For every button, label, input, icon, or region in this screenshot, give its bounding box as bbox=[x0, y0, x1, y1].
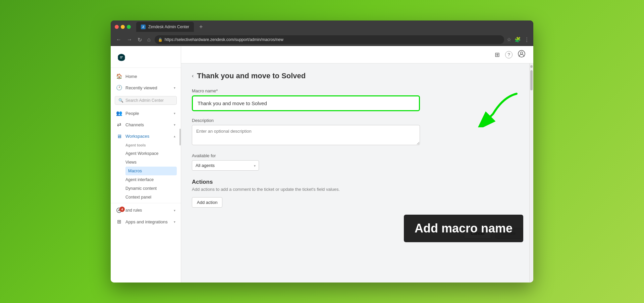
home-button[interactable]: ⌂ bbox=[146, 36, 152, 43]
sidebar-item-apps-integrations[interactable]: ⊞ Apps and integrations ▾ bbox=[111, 216, 181, 227]
sidebar-item-recently-viewed[interactable]: 🕐 Recently viewed ▾ bbox=[111, 82, 181, 93]
browser-tab[interactable]: Z Zendesk Admin Center bbox=[136, 22, 194, 32]
context-panel-label: Context panel bbox=[125, 195, 151, 200]
close-button[interactable] bbox=[115, 25, 119, 29]
refresh-button[interactable]: ↻ bbox=[136, 36, 143, 44]
available-for-select-wrapper: All agents Specific agents Groups ▾ bbox=[192, 160, 259, 171]
extensions-icon[interactable]: 🧩 bbox=[515, 37, 521, 43]
agent-workspace-label: Agent Workspace bbox=[125, 151, 158, 156]
workspaces-subnav: Agent tools Agent Workspace Views Macros… bbox=[111, 142, 181, 202]
channels-icon: ⇄ bbox=[116, 122, 122, 128]
secure-icon: 🔒 bbox=[158, 38, 163, 42]
subnav-macros[interactable]: Macros bbox=[125, 167, 177, 175]
macro-name-group: Macro name* bbox=[192, 88, 523, 111]
zendesk-logo bbox=[116, 51, 127, 62]
search-box[interactable]: 🔍 Search Admin Center bbox=[115, 96, 177, 105]
forward-button[interactable]: → bbox=[125, 36, 133, 43]
sidebar-objects-rules-label: and rules bbox=[125, 208, 170, 213]
clock-icon: 🕐 bbox=[116, 85, 122, 91]
description-label: Description bbox=[192, 118, 523, 123]
agent-interface-label: Agent interface bbox=[125, 177, 154, 182]
cancel-button[interactable]: Cancel bbox=[464, 228, 491, 239]
available-for-label: Available for bbox=[192, 153, 523, 158]
minimize-button[interactable] bbox=[121, 25, 125, 29]
description-input[interactable] bbox=[192, 125, 420, 145]
chevron-down-icon-apps: ▾ bbox=[174, 220, 175, 224]
chevron-down-icon-rules: ▾ bbox=[174, 209, 175, 212]
user-icon[interactable] bbox=[518, 50, 525, 59]
sidebar: 🏠 Home 🕐 Recently viewed ▾ 🔍 Search Admi… bbox=[111, 46, 181, 283]
scrollbar-top-thumb bbox=[530, 65, 533, 68]
chevron-down-icon: ▾ bbox=[174, 86, 175, 90]
subnav-agent-workspace[interactable]: Agent Workspace bbox=[125, 149, 181, 158]
badge-count: 4 bbox=[119, 207, 125, 212]
browser-titlebar: Z Zendesk Admin Center + bbox=[111, 20, 533, 33]
add-action-button[interactable]: Add action bbox=[192, 197, 222, 208]
actions-title: Actions bbox=[192, 179, 523, 185]
sidebar-item-people[interactable]: 👥 People ▾ bbox=[111, 107, 181, 119]
available-for-group: Available for All agents Specific agents… bbox=[192, 153, 523, 171]
people-icon: 👥 bbox=[116, 110, 122, 116]
sidebar-channels-label: Channels bbox=[125, 122, 170, 127]
subnav-dynamic-content[interactable]: Dynamic content bbox=[125, 184, 181, 193]
tab-title: Zendesk Admin Center bbox=[148, 25, 189, 29]
sidebar-apps-label: Apps and integrations bbox=[125, 219, 170, 224]
bookmark-icon[interactable]: ☆ bbox=[507, 37, 511, 43]
app-content: 🏠 Home 🕐 Recently viewed ▾ 🔍 Search Admi… bbox=[111, 46, 533, 283]
maximize-button[interactable] bbox=[127, 25, 131, 29]
macro-name-label: Macro name* bbox=[192, 88, 523, 93]
chevron-up-icon: ▴ bbox=[174, 134, 175, 138]
sidebar-item-channels[interactable]: ⇄ Channels ▾ bbox=[111, 119, 181, 130]
address-bar[interactable]: 🔒 https://selectivehardware.zendesk.com/… bbox=[155, 35, 504, 44]
agent-tools-group-label: Agent tools bbox=[125, 142, 181, 149]
available-for-select[interactable]: All agents Specific agents Groups bbox=[192, 160, 259, 171]
traffic-lights bbox=[115, 25, 131, 29]
footer-actions: Cancel Create bbox=[192, 228, 523, 247]
sidebar-scrollbar[interactable] bbox=[179, 129, 181, 145]
home-icon: 🏠 bbox=[116, 73, 122, 79]
subnav-context-panel[interactable]: Context panel bbox=[125, 193, 181, 202]
main-body: ‹ Thank you and move to Solved Macro nam… bbox=[181, 63, 533, 283]
chevron-down-icon-people: ▾ bbox=[174, 112, 175, 115]
new-tab-button[interactable]: + bbox=[197, 24, 206, 31]
actions-section: Actions Add actions to add a comment to … bbox=[192, 179, 523, 208]
menu-icon[interactable]: ⋮ bbox=[524, 37, 529, 43]
url-text: https://selectivehardware.zendesk.com/su… bbox=[165, 37, 283, 42]
apps-icon: ⊞ bbox=[116, 219, 122, 225]
sidebar-recently-viewed-label: Recently viewed bbox=[125, 85, 170, 90]
sidebar-item-objects-rules[interactable]: 4 and rules ▾ bbox=[111, 205, 181, 216]
subnav-views[interactable]: Views bbox=[125, 158, 181, 167]
subnav-agent-interface[interactable]: Agent interface bbox=[125, 175, 181, 184]
sidebar-nav: 🏠 Home 🕐 Recently viewed ▾ 🔍 Search Admi… bbox=[111, 68, 181, 283]
back-arrow-icon[interactable]: ‹ bbox=[192, 73, 194, 79]
sidebar-item-home[interactable]: 🏠 Home bbox=[111, 71, 181, 82]
main-content: ⊞ ? ‹ Thank you and move to Solved bbox=[181, 46, 533, 283]
chevron-down-icon-channels: ▾ bbox=[174, 123, 175, 127]
scrollbar-thumb[interactable] bbox=[530, 70, 533, 90]
grid-icon[interactable]: ⊞ bbox=[495, 51, 500, 58]
views-label: Views bbox=[125, 160, 137, 165]
back-button[interactable]: ← bbox=[115, 36, 123, 43]
create-button[interactable]: Create bbox=[495, 228, 523, 239]
search-icon: 🔍 bbox=[118, 98, 123, 103]
main-topbar: ⊞ ? bbox=[181, 46, 533, 63]
browser-navbar: ← → ↻ ⌂ 🔒 https://selectivehardware.zend… bbox=[111, 33, 533, 46]
svg-point-2 bbox=[521, 52, 523, 54]
sidebar-home-label: Home bbox=[125, 74, 175, 79]
macro-name-wrapper bbox=[192, 95, 420, 111]
actions-desc: Add actions to add a comment to the tick… bbox=[192, 187, 523, 192]
macro-name-input[interactable] bbox=[194, 97, 418, 110]
help-icon[interactable]: ? bbox=[505, 51, 513, 58]
browser-window: Z Zendesk Admin Center + ← → ↻ ⌂ 🔒 https… bbox=[111, 20, 533, 283]
page-title: Thank you and move to Solved bbox=[197, 72, 306, 80]
main-scrollbar[interactable] bbox=[529, 63, 533, 283]
search-placeholder: Search Admin Center bbox=[125, 98, 164, 103]
tab-favicon: Z bbox=[141, 25, 146, 29]
sidebar-workspaces-label: Workspaces bbox=[125, 134, 170, 139]
description-group: Description bbox=[192, 118, 523, 146]
macros-label: Macros bbox=[128, 169, 142, 173]
browser-nav-right: ☆ 🧩 ⋮ bbox=[507, 37, 529, 43]
sidebar-logo bbox=[111, 46, 181, 68]
dynamic-content-label: Dynamic content bbox=[125, 186, 157, 191]
sidebar-item-workspaces[interactable]: 🖥 Workspaces ▴ bbox=[111, 130, 181, 142]
